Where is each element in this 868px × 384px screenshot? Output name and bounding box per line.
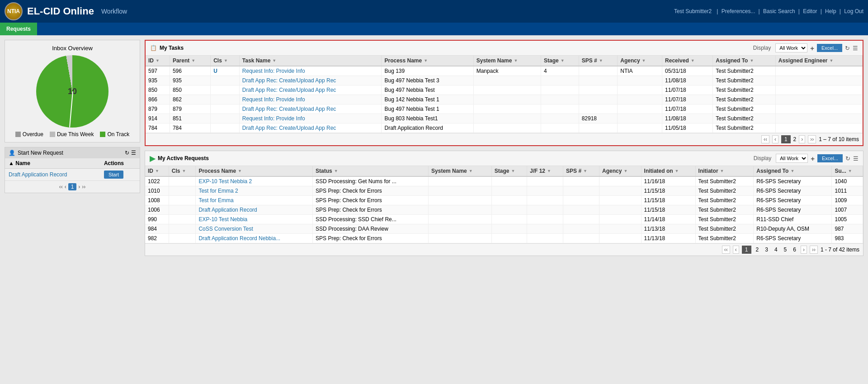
table-row: 784 784 Draft App Rec: Create/Upload App… bbox=[146, 123, 863, 133]
req-page-5[interactable]: 5 bbox=[782, 246, 789, 253]
req-prev-page[interactable]: ‹ bbox=[733, 246, 739, 254]
basic-search-link[interactable]: Basic Search bbox=[763, 8, 795, 14]
tasks-menu-icon[interactable]: ☰ bbox=[853, 45, 858, 52]
req-process: CoSS Conversion Test bbox=[196, 224, 313, 234]
req-page-2[interactable]: 2 bbox=[754, 246, 761, 253]
req-stage bbox=[491, 196, 527, 205]
tasks-panel-header: 📋 My Tasks Display All Work + Excel... ↻… bbox=[146, 41, 863, 56]
next-page-btn[interactable]: › bbox=[78, 184, 80, 190]
filter-process-name[interactable]: ▼ bbox=[424, 58, 428, 63]
req-process-link[interactable]: CoSS Conversion Test bbox=[198, 226, 253, 232]
preferences-link[interactable]: Preferences... bbox=[722, 8, 755, 14]
tasks-add-button[interactable]: + bbox=[810, 44, 814, 52]
req-process-link[interactable]: EXP-10 Test Nebbia 2 bbox=[198, 178, 252, 185]
task-parent: 596 bbox=[170, 66, 210, 76]
requests-table-wrapper: ID▼ Cls▼ Process Name▼ Status▼ System Na… bbox=[145, 166, 863, 243]
tasks-display-select[interactable]: All Work bbox=[775, 43, 807, 52]
filter-received[interactable]: ▼ bbox=[691, 58, 695, 63]
snr-process-link[interactable]: Draft Application Record bbox=[9, 171, 67, 178]
req-filter-agency[interactable]: ▼ bbox=[623, 169, 627, 173]
tasks-last-page[interactable]: ›› bbox=[808, 135, 816, 143]
requests-excel-button[interactable]: Excel... bbox=[817, 154, 843, 162]
tasks-refresh-icon[interactable]: ↻ bbox=[845, 45, 850, 52]
requests-add-button[interactable]: + bbox=[811, 155, 815, 162]
filter-id[interactable]: ▼ bbox=[156, 58, 160, 63]
task-cls bbox=[211, 123, 240, 133]
header-left: NTIA EL-CID Online Workflow bbox=[5, 2, 127, 20]
task-name-link[interactable]: Request Info: Provide Info bbox=[242, 68, 305, 74]
filter-sps[interactable]: ▼ bbox=[599, 58, 603, 63]
tasks-title-text: My Tasks bbox=[160, 45, 184, 51]
req-process-link[interactable]: EXP-10 Test Nebbia bbox=[198, 216, 247, 223]
req-filter-process[interactable]: ▼ bbox=[238, 169, 242, 173]
req-agency bbox=[599, 186, 641, 196]
requests-refresh-icon[interactable]: ↻ bbox=[845, 155, 850, 162]
req-initiator: Test Submitter2 bbox=[695, 186, 754, 196]
req-page-6[interactable]: 6 bbox=[791, 246, 798, 253]
task-name-link[interactable]: Draft App Rec: Create/Upload App Rec bbox=[242, 106, 336, 112]
task-name-link[interactable]: Request Info: Provide Info bbox=[242, 96, 305, 103]
editor-link[interactable]: Editor bbox=[803, 8, 817, 14]
task-received: 11/08/18 bbox=[662, 76, 713, 85]
req-first-page[interactable]: ‹‹ bbox=[722, 246, 730, 254]
filter-assigned-to[interactable]: ▼ bbox=[750, 58, 754, 63]
task-cls bbox=[211, 104, 240, 114]
req-filter-initiated[interactable]: ▼ bbox=[675, 169, 679, 173]
req-filter-initiator[interactable]: ▼ bbox=[720, 169, 724, 173]
start-button[interactable]: Start bbox=[104, 171, 123, 179]
filter-stage[interactable]: ▼ bbox=[561, 58, 565, 63]
req-filter-assigned[interactable]: ▼ bbox=[790, 169, 794, 173]
req-filter-cls[interactable]: ▼ bbox=[182, 169, 186, 173]
nav-tab-requests[interactable]: Requests bbox=[0, 23, 37, 35]
req-process-link[interactable]: Test for Emma 2 bbox=[198, 188, 238, 194]
req-filter-stage[interactable]: ▼ bbox=[511, 169, 515, 173]
req-next-page[interactable]: › bbox=[801, 246, 807, 254]
filter-agency[interactable]: ▼ bbox=[642, 58, 646, 63]
task-name-link[interactable]: Draft App Rec: Create/Upload App Rec bbox=[242, 77, 336, 84]
req-page-3[interactable]: 3 bbox=[763, 246, 770, 253]
last-page-btn[interactable]: ›› bbox=[82, 184, 85, 190]
task-received: 11/08/18 bbox=[662, 114, 713, 123]
logout-link[interactable]: Log Out bbox=[844, 8, 863, 14]
tasks-excel-button[interactable]: Excel... bbox=[817, 44, 842, 52]
requests-menu-icon[interactable]: ☰ bbox=[853, 155, 859, 162]
filter-parent[interactable]: ▼ bbox=[191, 58, 195, 63]
filter-system-name[interactable]: ▼ bbox=[514, 58, 518, 63]
task-name-link[interactable]: Draft App Rec: Create/Upload App Rec bbox=[242, 87, 336, 93]
req-page-1[interactable]: 1 bbox=[742, 246, 751, 254]
task-name-link[interactable]: Request Info: Provide Info bbox=[242, 115, 305, 122]
req-filter-status[interactable]: ▼ bbox=[334, 169, 338, 173]
help-link[interactable]: Help bbox=[825, 8, 836, 14]
refresh-icon-snr[interactable]: ↻ bbox=[125, 150, 129, 156]
navbar: Requests bbox=[0, 23, 868, 35]
req-filter-su[interactable]: ▼ bbox=[848, 169, 852, 173]
req-col-initiator: Initiator▼ bbox=[695, 166, 754, 176]
tasks-next-page[interactable]: › bbox=[799, 135, 805, 143]
req-initiated: 11/15/18 bbox=[641, 196, 695, 205]
req-filter-system[interactable]: ▼ bbox=[469, 169, 473, 173]
task-name-link[interactable]: Draft App Rec: Create/Upload App Rec bbox=[242, 125, 336, 131]
req-last-page[interactable]: ›› bbox=[810, 246, 818, 254]
req-filter-id[interactable]: ▼ bbox=[155, 169, 159, 173]
tasks-first-page[interactable]: ‹‹ bbox=[761, 135, 769, 143]
filter-cls[interactable]: ▼ bbox=[224, 58, 228, 63]
filter-engineer[interactable]: ▼ bbox=[829, 58, 833, 63]
tasks-footer-text: 1 – 7 of 10 items bbox=[819, 136, 859, 142]
prev-page-btn[interactable]: ‹ bbox=[65, 184, 66, 190]
requests-display-select[interactable]: All Work bbox=[776, 154, 808, 163]
filter-task-name[interactable]: ▼ bbox=[272, 58, 276, 63]
task-name: Draft App Rec: Create/Upload App Rec bbox=[239, 85, 382, 95]
req-filter-sps[interactable]: ▼ bbox=[583, 169, 587, 173]
snr-header: 👤 Start New Request ↻ ☰ bbox=[5, 147, 140, 158]
req-process-link[interactable]: Test for Emma bbox=[198, 197, 233, 204]
task-received: 11/05/18 bbox=[662, 123, 713, 133]
req-process-link[interactable]: Draft Application Record bbox=[198, 207, 257, 213]
tasks-prev-page[interactable]: ‹ bbox=[772, 135, 778, 143]
req-process-link[interactable]: Draft Application Record Nebbia... bbox=[198, 235, 280, 242]
task-sps bbox=[579, 95, 618, 104]
menu-icon-snr[interactable]: ☰ bbox=[131, 150, 136, 156]
first-page-btn[interactable]: ‹‹ bbox=[59, 184, 63, 190]
req-filter-jf12[interactable]: ▼ bbox=[547, 169, 551, 173]
req-page-4[interactable]: 4 bbox=[773, 246, 779, 253]
header-nav: Test Submitter2 | Preferences... | Basic… bbox=[672, 8, 863, 14]
